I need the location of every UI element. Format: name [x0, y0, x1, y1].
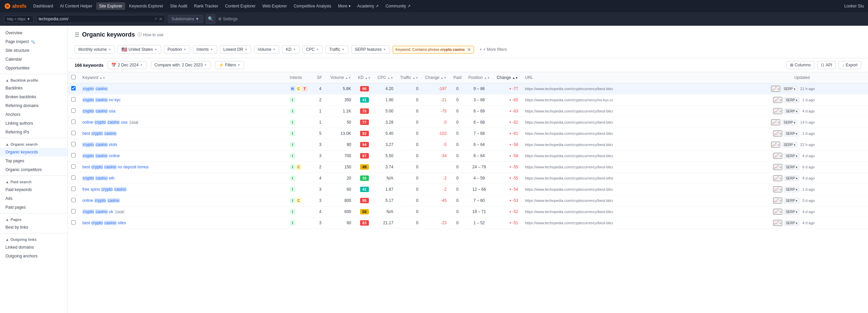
keyword-link[interactable]: crypto casino uk — [82, 209, 113, 214]
sidebar-section-organic-search[interactable]: ▲ Organic search — [0, 140, 67, 148]
row-checkbox[interactable] — [71, 187, 76, 191]
nav-competitive-analysis[interactable]: Competitive Analysis — [291, 2, 334, 10]
chart-button[interactable]: 📈 ▾ — [773, 220, 782, 226]
sidebar-item-site-structure[interactable]: Site structure — [0, 46, 67, 55]
sidebar-item-opportunities[interactable]: Opportunities — [0, 64, 67, 72]
sidebar-item-linked-domains[interactable]: Linked domains — [0, 243, 67, 252]
nav-more[interactable]: More ▾ — [335, 2, 353, 10]
nav-community[interactable]: Community ↗ — [383, 2, 413, 10]
keyword-link[interactable]: best crypto casino — [82, 131, 117, 136]
keyword-link[interactable]: best crypto casino no deposit bonus — [82, 165, 149, 169]
row-checkbox[interactable] — [71, 153, 76, 158]
position-column-header[interactable]: Position ▲▼ — [465, 72, 493, 83]
sidebar-item-organic-competitors[interactable]: Organic competitors — [0, 165, 67, 174]
row-checkbox[interactable] — [71, 198, 76, 202]
volume-filter[interactable]: Volume ▼ — [254, 45, 279, 54]
row-checkbox[interactable] — [71, 164, 76, 169]
volume-column-header[interactable]: Volume ▲▼ — [327, 72, 355, 83]
chart-button[interactable]: 📈 ▾ — [773, 108, 782, 114]
url-link[interactable]: https://www.techopedia.com/cryptocurrenc… — [525, 98, 613, 102]
keyword-link[interactable]: crypto casino slots — [82, 142, 117, 147]
row-checkbox[interactable] — [71, 108, 76, 113]
url-link[interactable]: https://www.techopedia.com/cryptocurrenc… — [525, 210, 613, 214]
serp-features-filter[interactable]: SERP features ▼ — [351, 45, 390, 54]
url-link[interactable]: https://www.techopedia.com/cryptocurrenc… — [525, 165, 613, 169]
url-link[interactable]: https://www.techopedia.com/cryptocurrenc… — [525, 120, 613, 124]
chart-button[interactable]: 📈 ▾ — [773, 209, 782, 215]
row-checkbox[interactable] — [71, 209, 76, 213]
api-button[interactable]: ⟨⟩ API — [817, 61, 836, 69]
url-link[interactable]: https://www.techopedia.com/cryptocurrenc… — [525, 154, 613, 158]
intents-filter[interactable]: Intents ▼ — [193, 45, 217, 54]
clear-url-button[interactable]: ✕ — [159, 16, 163, 22]
url-link[interactable]: https://www.techopedia.com/cryptocurrenc… — [525, 187, 613, 191]
row-checkbox[interactable] — [71, 120, 76, 124]
kd-filter[interactable]: KD ▼ — [282, 45, 300, 54]
sidebar-item-paid-pages[interactable]: Paid pages — [0, 203, 67, 212]
sidebar-item-anchors[interactable]: Anchors — [0, 110, 67, 119]
serp-button[interactable]: SERP ▾ — [782, 86, 797, 92]
serp-button[interactable]: SERP ▾ — [784, 175, 800, 181]
keyword-link[interactable]: crypto casino eth — [82, 176, 115, 181]
sidebar-item-calendar[interactable]: Calendar — [0, 55, 67, 64]
columns-button[interactable]: ⊞ Columns — [786, 61, 814, 69]
serp-button[interactable]: SERP ▾ — [784, 131, 800, 137]
chart-button[interactable]: 📈 ▾ — [771, 119, 780, 125]
nav-content-explorer[interactable]: Content Explorer — [222, 2, 258, 10]
serp-button[interactable]: SERP ▾ — [782, 120, 797, 125]
cpc-filter[interactable]: CPC ▼ — [302, 45, 323, 54]
sidebar-item-broken-backlinks[interactable]: Broken backlinks — [0, 92, 67, 101]
serp-button[interactable]: SERP ▾ — [784, 164, 800, 170]
select-all-checkbox[interactable] — [71, 75, 76, 79]
row-checkbox[interactable] — [71, 220, 76, 225]
sidebar-item-backlinks[interactable]: Backlinks — [0, 84, 67, 92]
sidebar-item-paid-keywords[interactable]: Paid keywords — [0, 185, 67, 194]
menu-icon[interactable]: ☰ — [75, 32, 79, 38]
chart-button[interactable]: 📈 ▾ — [773, 130, 782, 137]
filters-button[interactable]: ⚡ Filters ▼ — [215, 61, 244, 69]
external-link-icon[interactable]: ↗ — [154, 17, 157, 21]
traffic-filter[interactable]: Traffic ▼ — [326, 45, 349, 54]
chart-button[interactable]: 📈 ▾ — [771, 86, 780, 92]
keyword-link[interactable]: free spins crypto casino — [82, 187, 126, 192]
keyword-link[interactable]: crypto casino online — [82, 153, 120, 158]
serp-button[interactable]: SERP ▾ — [784, 97, 800, 103]
serp-button[interactable]: SERP ▾ — [784, 209, 800, 215]
keyword-link[interactable]: crypto casino no kyc — [82, 98, 121, 102]
row-checkbox[interactable] — [71, 142, 76, 146]
compare-with-button[interactable]: Compare with: 2 Dec 2023 ▼ — [151, 61, 211, 69]
nav-rank-tracker[interactable]: Rank Tracker — [191, 2, 221, 10]
sf-column-header[interactable]: SF — [314, 72, 327, 83]
nav-academy[interactable]: Academy ↗ — [355, 2, 381, 10]
sidebar-section-outgoing-links[interactable]: ▲ Outgoing links — [0, 235, 67, 243]
url-link[interactable]: https://www.techopedia.com/cryptocurrenc… — [525, 87, 613, 91]
serp-button[interactable]: SERP ▾ — [782, 142, 797, 148]
serp-button[interactable]: SERP ▾ — [784, 187, 800, 192]
row-checkbox[interactable] — [71, 175, 76, 180]
url-input[interactable] — [39, 15, 153, 23]
sidebar-section-pages[interactable]: ▲ Pages — [0, 215, 67, 223]
export-button[interactable]: ↓ Export — [839, 61, 861, 69]
chart-button[interactable]: 📈 ▾ — [773, 97, 782, 103]
chart-button[interactable]: 📈 ▾ — [773, 186, 782, 192]
pos-change-column-header[interactable]: Change ▲▼ — [493, 72, 521, 83]
keyword-link[interactable]: online crypto casino usa — [82, 120, 127, 125]
url-link[interactable]: https://www.techopedia.com/cryptocurrenc… — [525, 143, 613, 147]
traffic-column-header[interactable]: Traffic ▲▼ — [397, 72, 422, 83]
chart-button[interactable]: 📈 ▾ — [773, 153, 782, 159]
sidebar-item-overview[interactable]: Overview — [0, 28, 67, 37]
serp-button[interactable]: SERP ▾ — [784, 108, 800, 114]
sidebar-item-ads[interactable]: Ads — [0, 194, 67, 203]
how-to-use-link[interactable]: ⓘ How to use — [138, 32, 163, 38]
serp-button[interactable]: SERP ▾ — [784, 220, 800, 226]
serp-button[interactable]: SERP ▾ — [784, 153, 800, 159]
nav-site-explorer[interactable]: Site Explorer — [96, 2, 125, 10]
monthly-volume-filter[interactable]: Monthly volume ▼ — [75, 45, 115, 54]
chart-button[interactable]: 📈 ▾ — [773, 197, 782, 204]
nav-keywords-explorer[interactable]: Keywords Explorer — [126, 2, 166, 10]
url-link[interactable]: https://www.techopedia.com/cryptocurrenc… — [525, 199, 613, 203]
nav-site-audit[interactable]: Site Audit — [167, 2, 190, 10]
position-filter[interactable]: Position ▼ — [164, 45, 190, 54]
keyword-link[interactable]: crypto casino — [82, 86, 108, 91]
nav-web-explorer[interactable]: Web Explorer — [260, 2, 290, 10]
